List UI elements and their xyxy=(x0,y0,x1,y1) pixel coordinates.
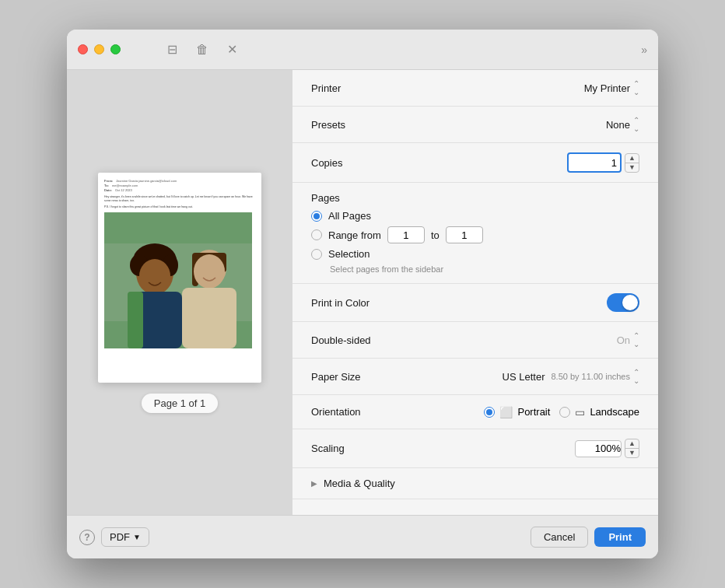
range-label[interactable]: Range from xyxy=(328,229,381,241)
copies-value-group: ▲ ▼ xyxy=(567,152,639,173)
landscape-option[interactable]: ▭ Landscape xyxy=(559,406,639,418)
media-quality-chevron-icon: ▶ xyxy=(311,479,317,488)
presets-label: Presets xyxy=(311,119,405,131)
svg-rect-13 xyxy=(182,288,236,348)
archive-icon[interactable]: ⊟ xyxy=(167,42,177,57)
page-indicator: Page 1 of 1 xyxy=(142,394,219,413)
bottom-bar: ? PDF ▼ Cancel Print xyxy=(67,515,658,558)
media-quality-row[interactable]: ▶ Media & Quality xyxy=(292,468,658,499)
trash-icon[interactable]: 🗑 xyxy=(196,43,208,57)
print-label: Print xyxy=(608,531,632,543)
cancel-button[interactable]: Cancel xyxy=(531,527,588,548)
range-to-input[interactable] xyxy=(446,226,483,243)
media-quality-label: Media & Quality xyxy=(324,478,395,489)
copies-input[interactable] xyxy=(567,152,622,173)
help-button[interactable]: ? xyxy=(79,530,95,545)
presets-chevron-icon: ⌃⌄ xyxy=(633,116,639,133)
selection-label[interactable]: Selection xyxy=(328,248,370,260)
scaling-label: Scaling xyxy=(311,443,405,454)
pdf-chevron-icon: ▼ xyxy=(133,533,141,541)
all-pages-row: All Pages xyxy=(311,210,639,222)
portrait-icon: ⬜ xyxy=(499,406,513,418)
paper-size-chevron-icon: ⌃⌄ xyxy=(633,368,639,385)
double-sided-row: Double-sided On ⌃⌄ xyxy=(292,322,658,359)
svg-point-12 xyxy=(194,254,225,289)
close-button[interactable] xyxy=(78,44,88,54)
landscape-label[interactable]: Landscape xyxy=(590,406,639,418)
titlebar: ⊟ 🗑 ✕ » xyxy=(67,30,658,70)
portrait-label[interactable]: Portrait xyxy=(517,406,550,418)
orientation-group: ⬜ Portrait ▭ Landscape xyxy=(484,406,639,418)
minimize-button[interactable] xyxy=(94,44,104,54)
range-from-input[interactable] xyxy=(387,226,425,243)
toolbar-icons: ⊟ 🗑 ✕ xyxy=(167,42,237,57)
presets-value-group[interactable]: None ⌃⌄ xyxy=(606,116,639,133)
print-button[interactable]: Print xyxy=(594,527,646,547)
range-to-label: to xyxy=(431,229,440,241)
pdf-label: PDF xyxy=(110,531,130,543)
portrait-radio[interactable] xyxy=(484,407,495,418)
paper-size-value-group[interactable]: US Letter 8.50 by 11.00 inches ⌃⌄ xyxy=(503,368,639,385)
traffic-lights xyxy=(78,44,121,54)
all-pages-label[interactable]: All Pages xyxy=(328,210,371,222)
preview-photo xyxy=(104,212,252,348)
range-radio[interactable] xyxy=(311,229,322,240)
double-sided-value-group[interactable]: On ⌃⌄ xyxy=(617,331,639,348)
copies-stepper[interactable]: ▲ ▼ xyxy=(625,153,639,173)
print-color-toggle[interactable] xyxy=(607,293,639,312)
selection-radio[interactable] xyxy=(311,249,322,260)
pages-label: Pages xyxy=(311,192,639,204)
range-row: Range from to xyxy=(311,226,639,243)
scaling-input[interactable] xyxy=(575,440,622,457)
scaling-row: Scaling ▲ ▼ xyxy=(292,429,658,468)
preview-content: From:Jasmine Garcia jasmine.garcia@iclou… xyxy=(98,173,261,355)
selection-row: Selection xyxy=(311,248,639,260)
svg-rect-8 xyxy=(128,292,143,348)
print-color-row: Print in Color xyxy=(292,284,658,322)
range-inputs: to xyxy=(387,226,483,243)
landscape-radio[interactable] xyxy=(559,407,570,418)
landscape-icon: ▭ xyxy=(575,406,585,418)
svg-point-6 xyxy=(139,259,170,293)
scaling-decrement-icon[interactable]: ▼ xyxy=(625,449,639,457)
email-header: From:Jasmine Garcia jasmine.garcia@iclou… xyxy=(104,179,255,209)
copies-increment-icon[interactable]: ▲ xyxy=(625,154,639,163)
scaling-stepper[interactable]: ▲ ▼ xyxy=(625,439,639,458)
orientation-label: Orientation xyxy=(311,406,405,418)
selection-hint: Select pages from the sidebar xyxy=(330,264,639,274)
presets-row: Presets None ⌃⌄ xyxy=(292,107,658,143)
paper-size-value: US Letter xyxy=(503,371,545,383)
all-pages-radio[interactable] xyxy=(311,211,322,222)
copies-decrement-icon[interactable]: ▼ xyxy=(625,163,639,172)
copies-row: Copies ▲ ▼ xyxy=(292,143,658,183)
page-indicator-text: Page 1 of 1 xyxy=(154,397,206,409)
orientation-row: Orientation ⬜ Portrait ▭ Landscape xyxy=(292,395,658,429)
printer-label: Printer xyxy=(311,82,405,94)
portrait-option[interactable]: ⬜ Portrait xyxy=(484,406,550,418)
printer-row: Printer My Printer ⌃⌄ xyxy=(292,70,658,107)
double-sided-value: On xyxy=(617,334,630,346)
page-preview: From:Jasmine Garcia jasmine.garcia@iclou… xyxy=(98,173,261,383)
paper-size-detail: 8.50 by 11.00 inches xyxy=(551,372,630,381)
pdf-button[interactable]: PDF ▼ xyxy=(101,527,149,547)
printer-value: My Printer xyxy=(584,82,630,94)
print-color-label: Print in Color xyxy=(311,297,405,309)
more-icon[interactable]: » xyxy=(641,44,647,56)
presets-value: None xyxy=(606,119,630,131)
scaling-increment-icon[interactable]: ▲ xyxy=(625,439,639,449)
paper-size-row: Paper Size US Letter 8.50 by 11.00 inche… xyxy=(292,359,658,395)
printer-value-group[interactable]: My Printer ⌃⌄ xyxy=(584,79,639,96)
settings-panel: Printer My Printer ⌃⌄ Presets None ⌃⌄ Co… xyxy=(292,70,658,515)
print-dialog: ⊟ 🗑 ✕ » From:Jasmine Garcia jasmine.garc… xyxy=(67,30,658,558)
help-label: ? xyxy=(84,532,89,543)
print-color-toggle-group xyxy=(607,293,639,312)
maximize-button[interactable] xyxy=(110,44,121,54)
toggle-knob xyxy=(622,295,638,310)
copies-label: Copies xyxy=(311,157,405,169)
cancel-label: Cancel xyxy=(544,531,575,543)
double-sided-chevron-icon: ⌃⌄ xyxy=(633,331,639,348)
dismiss-icon[interactable]: ✕ xyxy=(227,42,237,57)
pages-section: Pages All Pages Range from to xyxy=(292,183,658,284)
paper-size-label: Paper Size xyxy=(311,371,405,383)
scaling-value-group: ▲ ▼ xyxy=(575,439,639,458)
